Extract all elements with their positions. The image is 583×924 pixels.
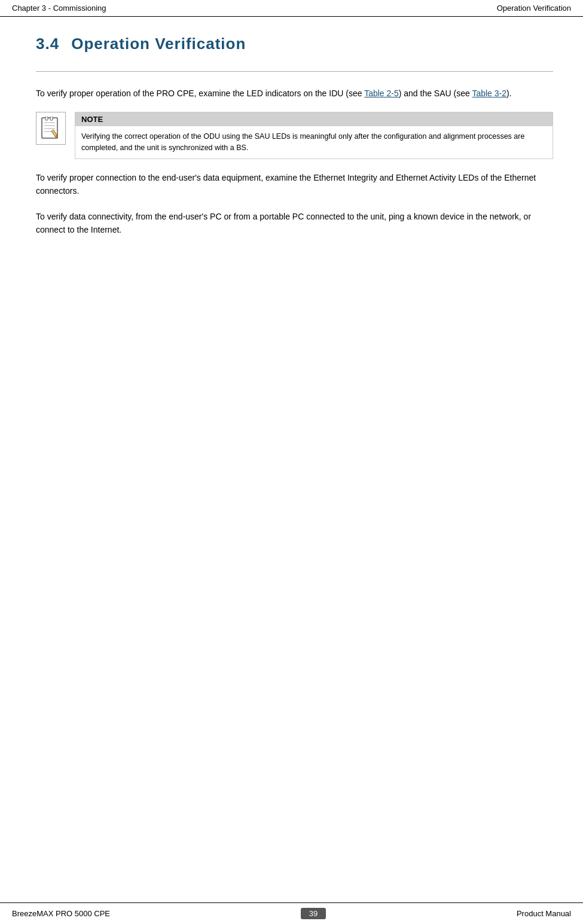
section-number: 3.4 bbox=[36, 35, 59, 53]
main-content: 3.4 Operation Verification To verify pro… bbox=[0, 17, 583, 902]
svg-rect-5 bbox=[45, 117, 48, 120]
note-box: NOTE Verifying the correct operation of … bbox=[75, 112, 553, 159]
footer-product-name: BreezeMAX PRO 5000 CPE bbox=[12, 909, 110, 918]
section-title: Operation Verification bbox=[71, 35, 246, 53]
paragraph-3: To verify data connectivity, from the en… bbox=[36, 210, 553, 237]
page-header: Chapter 3 - Commissioning Operation Veri… bbox=[0, 0, 583, 17]
note-body-text: Verifying the correct operation of the O… bbox=[75, 126, 553, 158]
footer-doc-type: Product Manual bbox=[517, 909, 571, 918]
paragraph-2: To verify proper connection to the end-u… bbox=[36, 171, 553, 198]
table-3-2-link[interactable]: Table 3-2 bbox=[472, 89, 506, 98]
footer-page-number: 39 bbox=[301, 908, 326, 919]
section-heading: 3.4 Operation Verification bbox=[36, 35, 553, 53]
intro-paragraph: To verify proper operation of the PRO CP… bbox=[36, 87, 553, 100]
notepad-icon bbox=[40, 117, 62, 141]
header-chapter-title: Chapter 3 - Commissioning bbox=[12, 4, 106, 13]
table-2-5-link[interactable]: Table 2-5 bbox=[364, 89, 399, 98]
note-container: NOTE Verifying the correct operation of … bbox=[36, 112, 553, 159]
svg-rect-6 bbox=[50, 117, 53, 120]
header-section-title: Operation Verification bbox=[497, 4, 571, 13]
page-footer: BreezeMAX PRO 5000 CPE 39 Product Manual bbox=[0, 902, 583, 924]
note-header-label: NOTE bbox=[75, 112, 553, 126]
section-divider bbox=[36, 71, 553, 72]
note-icon bbox=[36, 112, 66, 145]
